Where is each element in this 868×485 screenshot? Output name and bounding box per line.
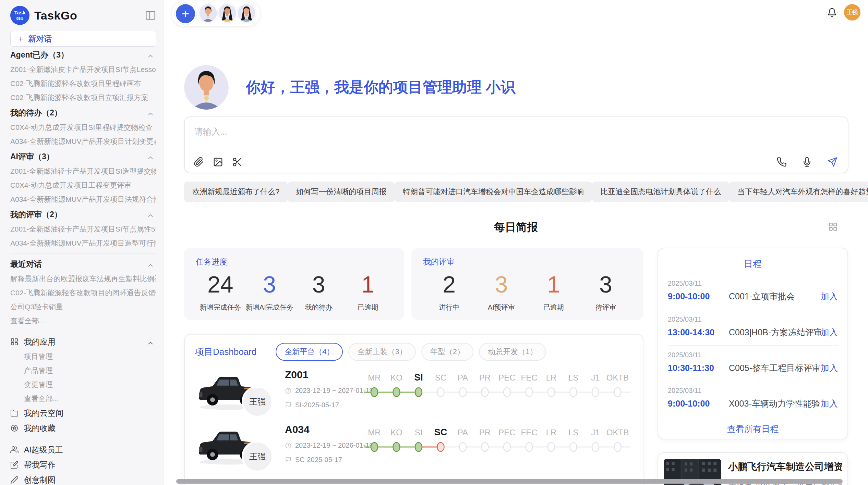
milestone-dot-MR[interactable] (371, 443, 378, 451)
sidebar-item[interactable]: C0X4-动力总成开发项目工程变更评审 (10, 178, 156, 192)
milestone-dot-PR[interactable] (482, 443, 489, 451)
milestone-dot-SI[interactable] (415, 443, 422, 451)
dashboard-tab[interactable]: 年型（2） (421, 343, 473, 361)
phone-icon[interactable] (776, 157, 787, 167)
milestone-dot-J1[interactable] (592, 443, 599, 451)
milestone-dot-KO[interactable] (393, 443, 400, 451)
chevron-up-icon[interactable] (147, 212, 154, 220)
sidebar-item[interactable]: Z001-全新燃油皮卡产品开发项目SI节点Lesson Learn报告 (10, 62, 156, 76)
mic-icon[interactable] (802, 157, 812, 167)
stat-value: 3 (580, 271, 632, 299)
milestone-label-PEC: PEC (498, 428, 515, 437)
suggestion-chip[interactable]: 比亚迪全固态电池计划具体说了什么 (592, 182, 729, 202)
sidebar-item[interactable]: C0X4-动力总成开发项目SI里程碑提交物检查 (10, 120, 156, 134)
plus-icon: + (18, 34, 23, 44)
sidebar-section-header[interactable]: 我的待办（2） (10, 105, 156, 120)
suggestion-chip[interactable]: 特朗普可能对进口汽车增税会对中国车企造成哪些影响 (395, 182, 592, 202)
recent-chats-header[interactable]: 最近对话 (10, 257, 156, 272)
chevron-up-icon[interactable] (147, 52, 154, 60)
view-all-schedule-link[interactable]: 查看所有日程 (668, 423, 838, 435)
notification-bell-button[interactable] (827, 8, 837, 18)
dashboard-tab[interactable]: 动总开发（1） (479, 343, 546, 361)
sidebar-item[interactable]: A034-全新新能源MUV产品开发项目造型可行性评审 (10, 236, 156, 250)
my-apps-header[interactable]: 我的应用 (10, 334, 156, 349)
milestone-dot-LS[interactable] (570, 443, 577, 451)
sidebar-section-header[interactable]: Agent已办（3） (10, 47, 156, 62)
milestone-dot-PA[interactable] (459, 388, 466, 397)
image-icon[interactable] (213, 157, 223, 167)
milestone-dot-LR[interactable] (548, 388, 555, 397)
view-all-chats-link[interactable]: 查看全部... (10, 314, 156, 328)
milestone-dot-PR[interactable] (482, 388, 489, 397)
sidebar-item[interactable]: Z001-全新燃油轻卡产品开发项目SI造型提交物评审 (10, 164, 156, 178)
chevron-up-icon[interactable] (147, 154, 154, 162)
milestone-label-LS: LS (568, 428, 578, 437)
milestone-dot-KO[interactable] (393, 388, 400, 397)
sidebar-section-header[interactable]: 我的评审（2） (10, 207, 156, 222)
recent-chat-item[interactable]: C02-飞腾新能源轻客改款项目的闭环通告反馈情况 (10, 286, 156, 300)
project-row[interactable]: 王强 Z001 2023-12-19 ~ 2027-01-19 SI-2025-… (185, 364, 643, 419)
schedule-time: 9:00-10:00 (668, 399, 729, 409)
app-item[interactable]: 变更管理 (10, 377, 156, 391)
sidebar-shortcut[interactable]: 我的云空间 (10, 406, 156, 421)
user-avatar[interactable]: 王强 (844, 4, 860, 21)
milestone-dot-FEC[interactable] (526, 388, 533, 397)
stat-label: 进行中 (423, 303, 475, 312)
view-all-apps-link[interactable]: 查看全部... (10, 391, 156, 406)
dashboard-tab[interactable]: 全新平台（4） (276, 343, 343, 361)
recent-chat-item[interactable]: 解释最新出台的欧盟报废车法规再生塑料比例被调至15%... (10, 272, 156, 286)
suggestion-chip[interactable]: 当下年轻人对汽车外观有怎样的喜好趋势 (729, 182, 868, 202)
milestone-dot-PEC[interactable] (504, 388, 510, 397)
join-meeting-link[interactable]: 加入 (821, 327, 838, 338)
sidebar-tool[interactable]: 帮我写作 (10, 457, 156, 472)
milestone-dot-LS[interactable] (570, 388, 577, 397)
milestone-dot-SC[interactable] (437, 388, 444, 397)
milestone-dot-OKTB[interactable] (614, 388, 621, 397)
male-avatar[interactable] (198, 3, 218, 23)
milestone-dot-OKTB[interactable] (614, 443, 621, 451)
milestone-dot-J1[interactable] (592, 388, 599, 397)
add-session-button[interactable]: + (176, 4, 195, 23)
sidebar-section-header[interactable]: AI评审（3） (10, 149, 156, 164)
users-icon (10, 446, 19, 454)
chevron-up-icon[interactable] (147, 110, 154, 118)
dashboard-tab[interactable]: 全新上装（3） (348, 343, 415, 361)
app-title: TaskGo (34, 9, 77, 22)
sidebar-tool[interactable]: AI超级员工 (10, 442, 156, 457)
chevron-up-icon[interactable] (147, 339, 154, 347)
sidebar-item[interactable]: C02-飞腾新能源轻客改款项目里程碑画布 (10, 76, 156, 90)
sidebar-item[interactable]: A034-全新新能源MUV产品开发项目法规符合性评审 (10, 192, 156, 206)
sidebar-item[interactable]: A034-全新新能源MUV产品开发项目计划变更表编写 (10, 134, 156, 148)
briefing-layout-button[interactable] (828, 222, 838, 232)
chat-input[interactable]: 请输入... (184, 116, 848, 173)
project-row[interactable]: 王强 A034 2023-12-19 ~ 2026-01-19 SC-2025-… (185, 419, 643, 474)
sidebar-item[interactable]: Z001-全新燃油轻卡产品开发项目SI节点属性5D文件评审 (10, 222, 156, 236)
chevron-up-icon[interactable] (147, 262, 154, 269)
milestone-dot-LR[interactable] (548, 443, 555, 451)
send-icon[interactable] (827, 157, 837, 167)
horizontal-scrollbar[interactable] (176, 479, 843, 484)
milestone-dot-FEC[interactable] (526, 443, 533, 451)
milestone-dot-PEC[interactable] (504, 443, 510, 451)
join-meeting-link[interactable]: 加入 (821, 362, 838, 374)
app-item[interactable]: 项目管理 (10, 349, 156, 363)
join-meeting-link[interactable]: 加入 (821, 398, 838, 409)
sidebar-collapse-button[interactable] (145, 10, 156, 21)
scissors-icon[interactable] (232, 157, 242, 167)
sidebar-shortcut[interactable]: 我的收藏 (10, 421, 156, 436)
recent-chat-item[interactable]: 公司Q3轻卡销量 (10, 300, 156, 314)
sidebar-tool[interactable]: 创意制图 (10, 472, 156, 485)
milestone-dot-SI[interactable] (415, 388, 422, 397)
female-avatar[interactable] (218, 3, 237, 23)
milestone-dot-MR[interactable] (371, 388, 378, 397)
new-chat-button[interactable]: + 新对话 (10, 31, 156, 47)
milestone-dot-PA[interactable] (459, 443, 466, 451)
suggestion-chip[interactable]: 欧洲新规最近颁布了什么? (184, 182, 288, 202)
app-item[interactable]: 产品管理 (10, 363, 156, 377)
sidebar-item[interactable]: C02-飞腾新能源轻客改款项目立项汇报方案 (10, 90, 156, 104)
join-meeting-link[interactable]: 加入 (821, 291, 838, 302)
female-avatar-2[interactable] (237, 3, 256, 23)
milestone-dot-SC[interactable] (437, 443, 444, 451)
paperclip-icon[interactable] (194, 157, 204, 167)
suggestion-chip[interactable]: 如何写一份清晰的项目周报 (288, 182, 395, 202)
